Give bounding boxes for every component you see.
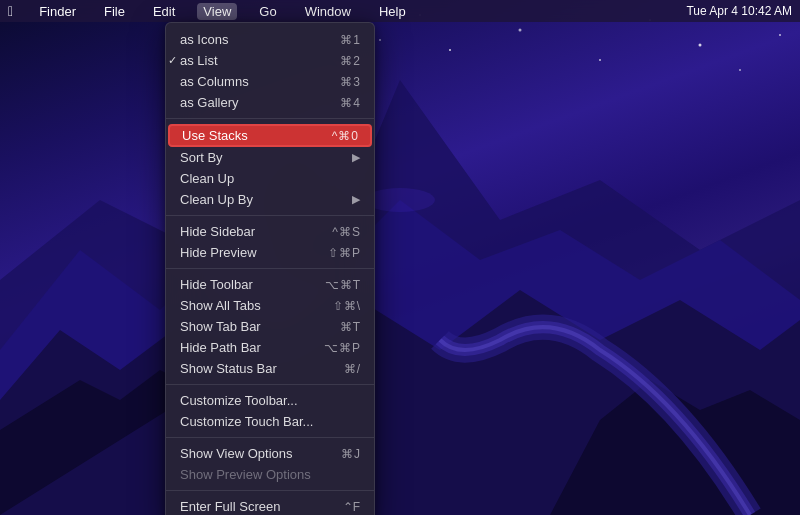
menu-shortcut-list: ⌘2	[340, 54, 360, 68]
menubar-right: Tue Apr 4 10:42 AM	[686, 4, 792, 18]
menu-item-label: Show View Options	[180, 446, 293, 461]
submenu-arrow-icon: ▶	[352, 151, 360, 164]
menu-shortcut-icons: ⌘1	[340, 33, 360, 47]
svg-point-6	[519, 29, 522, 32]
divider-4	[166, 384, 374, 385]
menu-item-label: Enter Full Screen	[180, 499, 280, 514]
menu-item-sort-by[interactable]: Sort By ▶	[166, 147, 374, 168]
menu-shortcut-sidebar: ^⌘S	[332, 225, 360, 239]
menu-item-label: Hide Preview	[180, 245, 257, 260]
svg-point-12	[379, 39, 381, 41]
menu-item-show-preview-options[interactable]: Show Preview Options	[166, 464, 374, 485]
divider-1	[166, 118, 374, 119]
menu-item-label: as List	[180, 53, 218, 68]
menubar-go[interactable]: Go	[253, 3, 282, 20]
apple-logo[interactable]: 	[8, 3, 13, 19]
menu-item-label: Hide Toolbar	[180, 277, 253, 292]
menubar:  Finder File Edit View Go Window Help T…	[0, 0, 800, 22]
menu-shortcut-preview: ⇧⌘P	[328, 246, 360, 260]
menu-item-customize-touchbar[interactable]: Customize Touch Bar...	[166, 411, 374, 432]
divider-5	[166, 437, 374, 438]
menu-section-customize: Customize Toolbar... Customize Touch Bar…	[166, 388, 374, 434]
menu-item-hide-path-bar[interactable]: Hide Path Bar ⌥⌘P	[166, 337, 374, 358]
menu-item-show-view-options[interactable]: Show View Options ⌘J	[166, 443, 374, 464]
menu-section-stacks: Use Stacks ^⌘0 Sort By ▶ Clean Up Clean …	[166, 122, 374, 212]
mountain-svg	[0, 0, 800, 515]
menu-item-show-tab-bar[interactable]: Show Tab Bar ⌘T	[166, 316, 374, 337]
desktop-background	[0, 0, 800, 515]
menu-item-enter-fullscreen[interactable]: Enter Full Screen ⌃F	[166, 496, 374, 515]
svg-point-11	[779, 34, 781, 36]
menu-item-label: Show Status Bar	[180, 361, 277, 376]
menubar-window[interactable]: Window	[299, 3, 357, 20]
menu-item-as-columns[interactable]: as Columns ⌘3	[166, 71, 374, 92]
menu-shortcut-tab-bar: ⌘T	[340, 320, 360, 334]
menu-item-label: Hide Path Bar	[180, 340, 261, 355]
menu-item-clean-up-by[interactable]: Clean Up By ▶	[166, 189, 374, 210]
menu-item-hide-sidebar[interactable]: Hide Sidebar ^⌘S	[166, 221, 374, 242]
menu-item-label: Hide Sidebar	[180, 224, 255, 239]
menu-item-label: as Icons	[180, 32, 228, 47]
menu-shortcut-columns: ⌘3	[340, 75, 360, 89]
menubar-edit[interactable]: Edit	[147, 3, 181, 20]
menu-shortcut-view-options: ⌘J	[341, 447, 360, 461]
menubar-clock: Tue Apr 4 10:42 AM	[686, 4, 792, 18]
menu-section-toolbar: Hide Toolbar ⌥⌘T Show All Tabs ⇧⌘\ Show …	[166, 272, 374, 381]
menu-item-label: Clean Up By	[180, 192, 253, 207]
svg-point-5	[449, 49, 451, 51]
menu-item-label: as Gallery	[180, 95, 239, 110]
menu-item-as-icons[interactable]: as Icons ⌘1	[166, 29, 374, 50]
divider-6	[166, 490, 374, 491]
menubar-file[interactable]: File	[98, 3, 131, 20]
menu-item-as-list[interactable]: ✓ as List ⌘2	[166, 50, 374, 71]
menu-shortcut-hide-toolbar: ⌥⌘T	[325, 278, 360, 292]
submenu-arrow-clean-by-icon: ▶	[352, 193, 360, 206]
check-icon: ✓	[168, 54, 177, 67]
menu-item-label: Customize Toolbar...	[180, 393, 298, 408]
svg-point-10	[739, 69, 741, 71]
menubar-left:  Finder File Edit View Go Window Help	[8, 3, 412, 20]
menu-item-show-all-tabs[interactable]: Show All Tabs ⇧⌘\	[166, 295, 374, 316]
menubar-help[interactable]: Help	[373, 3, 412, 20]
menu-section-view-modes: as Icons ⌘1 ✓ as List ⌘2 as Columns ⌘3 a…	[166, 27, 374, 115]
menu-item-label: Show All Tabs	[180, 298, 261, 313]
menu-shortcut-path-bar: ⌥⌘P	[324, 341, 360, 355]
menu-item-as-gallery[interactable]: as Gallery ⌘4	[166, 92, 374, 113]
menu-item-label: Clean Up	[180, 171, 234, 186]
menu-shortcut-all-tabs: ⇧⌘\	[333, 299, 360, 313]
menu-section-view-options: Show View Options ⌘J Show Preview Option…	[166, 441, 374, 487]
menu-shortcut-gallery: ⌘4	[340, 96, 360, 110]
menu-section-sidebar: Hide Sidebar ^⌘S Hide Preview ⇧⌘P	[166, 219, 374, 265]
view-dropdown-menu: as Icons ⌘1 ✓ as List ⌘2 as Columns ⌘3 a…	[165, 22, 375, 515]
menubar-view[interactable]: View	[197, 3, 237, 20]
menu-item-show-status-bar[interactable]: Show Status Bar ⌘/	[166, 358, 374, 379]
menu-shortcut-fullscreen: ⌃F	[343, 500, 360, 514]
menu-shortcut-stacks: ^⌘0	[332, 129, 358, 143]
divider-3	[166, 268, 374, 269]
menu-item-hide-preview[interactable]: Hide Preview ⇧⌘P	[166, 242, 374, 263]
menu-item-hide-toolbar[interactable]: Hide Toolbar ⌥⌘T	[166, 274, 374, 295]
menu-item-label: Show Tab Bar	[180, 319, 261, 334]
menu-item-customize-toolbar[interactable]: Customize Toolbar...	[166, 390, 374, 411]
menu-section-fullscreen: Enter Full Screen ⌃F	[166, 494, 374, 515]
svg-point-15	[365, 188, 435, 212]
menu-item-label: Sort By	[180, 150, 223, 165]
svg-point-7	[599, 59, 601, 61]
menu-item-clean-up[interactable]: Clean Up	[166, 168, 374, 189]
divider-2	[166, 215, 374, 216]
menu-item-label: as Columns	[180, 74, 249, 89]
menu-item-label: Show Preview Options	[180, 467, 311, 482]
menu-item-use-stacks[interactable]: Use Stacks ^⌘0	[168, 124, 372, 147]
menu-shortcut-status-bar: ⌘/	[344, 362, 360, 376]
menu-item-label: Use Stacks	[182, 128, 248, 143]
menubar-finder[interactable]: Finder	[33, 3, 82, 20]
svg-point-9	[699, 44, 702, 47]
menu-item-label: Customize Touch Bar...	[180, 414, 313, 429]
